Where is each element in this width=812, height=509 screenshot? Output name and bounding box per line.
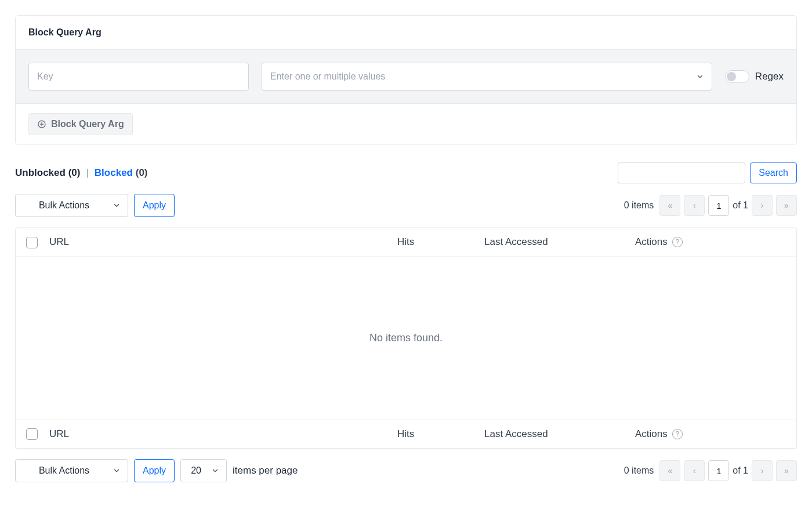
regex-toggle-wrap: Regex <box>725 70 784 83</box>
values-input-wrap <box>262 63 712 91</box>
add-block-query-arg-button[interactable]: Block Query Arg <box>28 113 133 135</box>
select-all-checkbox-top[interactable] <box>26 237 38 248</box>
col-actions-bottom: Actions ? <box>630 428 793 440</box>
card-footer: Block Query Arg <box>16 104 796 145</box>
table-footer: URL Hits Last Accessed Actions ? <box>16 420 796 449</box>
table-body-empty: No items found. <box>16 257 796 420</box>
col-last-accessed: Last Accessed <box>480 236 630 248</box>
page-first-button[interactable]: « <box>659 460 680 481</box>
page-of-label-bottom: of 1 <box>733 465 748 476</box>
chevron-down-icon <box>113 467 121 475</box>
col-hits: Hits <box>393 236 480 248</box>
regex-toggle[interactable] <box>725 70 749 83</box>
add-button-label: Block Query Arg <box>51 119 124 129</box>
select-all-checkbox-bottom[interactable] <box>26 428 38 440</box>
col-hits-bottom: Hits <box>393 428 480 440</box>
page-of-label: of 1 <box>733 200 748 211</box>
items-count-top: 0 items <box>624 200 654 211</box>
regex-label: Regex <box>755 71 784 82</box>
col-last-accessed-bottom: Last Accessed <box>480 428 630 440</box>
page-last-button[interactable]: » <box>776 460 797 481</box>
page-prev-button[interactable]: ‹ <box>684 195 705 216</box>
bulk-actions-label-bottom: Bulk Actions <box>39 465 89 476</box>
key-input[interactable] <box>28 63 249 91</box>
chevron-down-icon <box>113 201 121 210</box>
col-url: URL <box>45 236 393 248</box>
page-next-button[interactable]: › <box>752 195 773 216</box>
tab-blocked-label: Blocked <box>95 167 133 178</box>
apply-label: Apply <box>143 200 166 211</box>
values-input[interactable] <box>262 63 712 91</box>
help-icon[interactable]: ? <box>672 429 683 439</box>
search-row: Search <box>618 163 797 183</box>
bulk-left-top: Bulk Actions Apply <box>15 194 175 217</box>
col-actions: Actions ? <box>630 236 793 248</box>
tab-blocked-count: (0) <box>136 167 148 178</box>
items-count-bottom: 0 items <box>624 465 654 476</box>
block-query-arg-card: Block Query Arg Regex Block Query Arg <box>15 15 797 145</box>
col-actions-label-bottom: Actions <box>635 428 668 440</box>
card-body: Regex <box>16 49 796 104</box>
bulk-actions-select-bottom[interactable]: Bulk Actions <box>15 459 128 482</box>
bulk-actions-label: Bulk Actions <box>39 200 89 211</box>
col-actions-label: Actions <box>635 236 668 248</box>
search-button[interactable]: Search <box>750 163 797 183</box>
search-input[interactable] <box>618 163 745 183</box>
tab-unblocked-count: (0) <box>68 167 81 178</box>
tab-blocked[interactable]: Blocked (0) <box>95 167 148 179</box>
page-input-bottom[interactable] <box>708 460 729 481</box>
apply-label-bottom: Apply <box>143 465 166 476</box>
items-per-page-select[interactable]: 20 <box>180 459 227 482</box>
tab-unblocked[interactable]: Unblocked (0) <box>15 167 80 179</box>
empty-text: No items found. <box>369 332 443 344</box>
table-header: URL Hits Last Accessed Actions ? <box>16 228 796 257</box>
page-input-top[interactable] <box>708 195 729 216</box>
page-first-button[interactable]: « <box>659 195 680 216</box>
col-url-bottom: URL <box>45 428 393 440</box>
plus-circle-icon <box>37 120 46 129</box>
tab-separator: | <box>86 167 88 179</box>
items-per-page-value: 20 <box>191 465 201 476</box>
page-prev-button[interactable]: ‹ <box>684 460 705 481</box>
bulk-actions-select-top[interactable]: Bulk Actions <box>15 194 128 217</box>
bulk-left-bottom: Bulk Actions Apply 20 items per page <box>15 459 298 482</box>
pagination-bottom: 0 items « ‹ of 1 › » <box>624 460 797 481</box>
chevron-down-icon <box>211 467 219 475</box>
apply-button-bottom[interactable]: Apply <box>134 459 175 482</box>
page-last-button[interactable]: » <box>776 195 797 216</box>
card-title: Block Query Arg <box>16 16 796 49</box>
apply-button-top[interactable]: Apply <box>134 194 175 217</box>
tab-unblocked-label: Unblocked <box>15 167 66 178</box>
pagination-top: 0 items « ‹ of 1 › » <box>624 195 797 216</box>
filter-tabs: Unblocked (0) | Blocked (0) <box>15 167 148 179</box>
page-next-button[interactable]: › <box>752 460 773 481</box>
help-icon[interactable]: ? <box>672 237 683 247</box>
results-table: URL Hits Last Accessed Actions ? No item… <box>15 228 797 449</box>
search-button-label: Search <box>759 168 788 178</box>
items-per-page-label: items per page <box>233 465 298 476</box>
